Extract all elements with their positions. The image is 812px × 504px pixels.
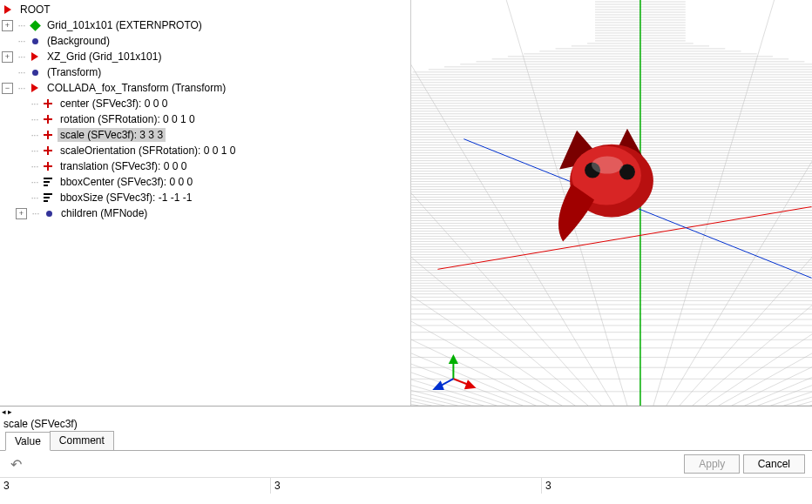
tree-guide: ···	[28, 115, 42, 124]
tree-node-transform[interactable]: ··· (Transform)	[0, 64, 410, 80]
arrow-left-icon: ◂	[2, 407, 6, 416]
rotation-icon	[44, 115, 52, 124]
vec3f-icon	[44, 99, 52, 108]
svg-line-41	[784, 0, 812, 406]
svg-marker-202	[434, 382, 443, 389]
tree-guide: ···	[28, 178, 42, 187]
cancel-button[interactable]: Cancel	[743, 454, 805, 474]
field-icon	[44, 178, 52, 186]
tree-node-grid-proto[interactable]: + ··· Grid_101x101 (EXTERNPROTO)	[0, 17, 410, 33]
value-x-input[interactable]: 3	[0, 478, 271, 494]
vec3f-icon	[44, 162, 52, 171]
tree-guide: ···	[15, 21, 29, 30]
axis-gizmo	[434, 356, 474, 389]
tree-node-collada-fox[interactable]: − ··· COLLADA_fox_Transform (Transform)	[0, 80, 410, 96]
tab-value[interactable]: Value	[5, 432, 51, 451]
tree-guide: ···	[15, 37, 29, 46]
property-title: scale (SFVec3f)	[0, 417, 812, 431]
tree-node-xz-grid[interactable]: + ··· XZ_Grid (Grid_101x101)	[0, 49, 410, 64]
field-label: scaleOrientation (SFRotation): 0 0 1 0	[58, 144, 238, 158]
svg-line-17	[411, 0, 470, 406]
svg-line-33	[680, 0, 812, 406]
field-translation[interactable]: ··· translation (SFVec3f): 0 0 0	[0, 158, 410, 174]
property-tabs: Value Comment	[0, 431, 812, 451]
undo-button[interactable]: ↶	[7, 456, 24, 473]
field-label: scale (SFVec3f): 3 3 3	[58, 128, 166, 142]
expand-icon[interactable]: +	[16, 208, 27, 219]
collapse-icon[interactable]: −	[2, 83, 13, 94]
node-label: Grid_101x101 (EXTERNPROTO)	[44, 18, 205, 32]
field-scale-orientation[interactable]: ··· scaleOrientation (SFRotation): 0 0 1…	[0, 143, 410, 158]
node-dot-icon	[32, 70, 38, 76]
proto-icon	[30, 20, 41, 31]
svg-line-37	[732, 0, 812, 406]
node-dot-icon	[32, 38, 38, 44]
splitter-handle[interactable]: ◂ ▸	[0, 407, 812, 417]
svg-line-20	[411, 0, 510, 406]
svg-point-196	[592, 157, 623, 174]
svg-line-16	[411, 0, 457, 406]
svg-line-22	[411, 0, 536, 406]
expand-icon[interactable]: +	[2, 51, 13, 63]
tree-guide: ···	[15, 52, 29, 62]
value-editor: 3 3 3	[0, 477, 812, 494]
field-label: translation (SFVec3f): 0 0 0	[58, 159, 189, 173]
expand-icon[interactable]: +	[2, 20, 13, 31]
tree-guide: ···	[28, 131, 42, 140]
svg-line-21	[411, 0, 523, 406]
tree-guide: ···	[28, 99, 42, 109]
spacer	[2, 36, 13, 47]
rotation-icon	[44, 146, 52, 155]
field-children[interactable]: + ··· children (MFNode)	[0, 205, 410, 221]
svg-line-14	[411, 0, 431, 406]
svg-marker-200	[465, 381, 474, 388]
field-bbox-size[interactable]: ··· bboxSize (SFVec3f): -1 -1 -1	[0, 190, 410, 205]
svg-line-42	[797, 0, 812, 406]
node-label: COLLADA_fox_Transform (Transform)	[44, 81, 228, 95]
field-bbox-center[interactable]: ··· bboxCenter (SFVec3f): 0 0 0	[0, 174, 410, 190]
tree-guide: ···	[15, 84, 29, 93]
svg-line-23	[411, 0, 549, 406]
tree-guide: ···	[28, 162, 42, 171]
node-dot-icon	[46, 211, 52, 217]
value-y-input[interactable]: 3	[271, 478, 542, 494]
svg-line-19	[411, 0, 497, 406]
field-label: bboxSize (SFVec3f): -1 -1 -1	[58, 191, 194, 205]
apply-button[interactable]: Apply	[684, 454, 740, 474]
svg-line-34	[693, 0, 812, 406]
node-icon	[31, 52, 38, 61]
field-icon	[44, 193, 52, 202]
svg-line-32	[667, 0, 812, 406]
tree-guide: ···	[29, 209, 43, 218]
node-icon	[4, 5, 11, 14]
tree-node-background[interactable]: ··· (Background)	[0, 33, 410, 49]
tree-guide: ···	[28, 146, 42, 156]
field-label: rotation (SFRotation): 0 0 1 0	[58, 112, 198, 126]
field-rotation[interactable]: ··· rotation (SFRotation): 0 0 1 0	[0, 111, 410, 127]
tree-node-root[interactable]: ROOT	[0, 2, 410, 17]
field-label: children (MFNode)	[58, 206, 150, 220]
tab-comment[interactable]: Comment	[50, 431, 114, 450]
svg-line-31	[653, 0, 780, 406]
node-label: ROOT	[17, 3, 53, 17]
svg-line-35	[706, 0, 812, 406]
scene-tree[interactable]: ROOT + ··· Grid_101x101 (EXTERNPROTO) ··…	[0, 0, 411, 406]
field-scale[interactable]: ··· scale (SFVec3f): 3 3 3	[0, 127, 410, 143]
spacer	[2, 67, 13, 78]
vec3f-icon	[44, 131, 52, 139]
fox-model	[558, 129, 653, 242]
tree-guide: ···	[28, 193, 42, 203]
value-z-input[interactable]: 3	[542, 478, 812, 494]
tree-guide: ···	[15, 68, 29, 77]
field-center[interactable]: ··· center (SFVec3f): 0 0 0	[0, 96, 410, 111]
viewport-canvas	[411, 0, 812, 406]
field-label: bboxCenter (SFVec3f): 0 0 0	[58, 175, 195, 189]
svg-line-13	[411, 0, 418, 406]
arrow-right-icon: ▸	[8, 407, 12, 416]
svg-line-26	[411, 0, 588, 406]
3d-viewport[interactable]	[411, 0, 812, 406]
node-label: (Background)	[44, 34, 112, 48]
node-label: (Transform)	[44, 65, 104, 79]
svg-line-15	[411, 0, 444, 406]
field-label: center (SFVec3f): 0 0 0	[58, 97, 170, 111]
